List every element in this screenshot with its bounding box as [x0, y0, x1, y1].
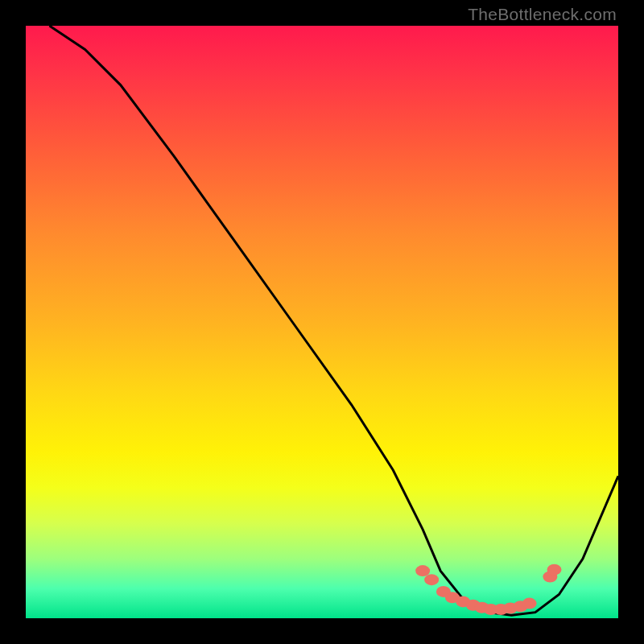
valley-dot [522, 598, 537, 609]
main-curve-line [49, 26, 618, 615]
valley-dot [415, 565, 430, 576]
valley-dot-cluster [415, 564, 561, 615]
watermark-text: TheBottleneck.com [468, 5, 617, 24]
chart-frame: TheBottleneck.com [0, 0, 644, 644]
valley-dot [547, 564, 562, 576]
plot-area [26, 26, 618, 618]
valley-dot [424, 574, 439, 585]
plot-svg [26, 26, 618, 618]
